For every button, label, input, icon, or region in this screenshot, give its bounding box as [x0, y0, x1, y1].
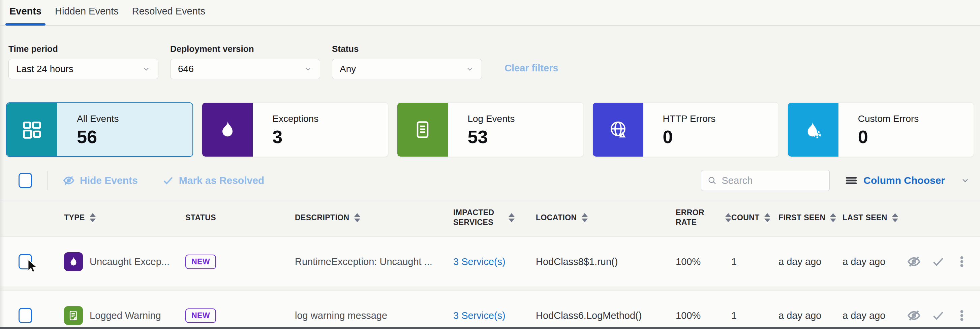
tab-resolved-events[interactable]: Resolved Events: [132, 6, 205, 25]
search-box: [701, 170, 830, 191]
search-icon: [707, 175, 717, 186]
filter-status: Status Any: [332, 44, 482, 79]
deployment-version-select[interactable]: 646: [170, 59, 320, 79]
eye-slash-icon: [62, 174, 75, 187]
column-header-location[interactable]: LOCATION: [536, 213, 676, 223]
time-period-value: Last 24 hours: [16, 64, 73, 75]
clear-filters-button[interactable]: Clear filters: [504, 63, 558, 74]
impacted-services-link[interactable]: 3 Service(s): [453, 256, 506, 267]
column-header-last-seen[interactable]: LAST SEEN: [843, 213, 907, 223]
resolve-event-icon[interactable]: [931, 255, 945, 269]
row-checkbox[interactable]: [19, 254, 32, 269]
chevron-down-icon: [961, 176, 970, 185]
filter-deployment-version-label: Deployment version: [170, 44, 320, 54]
toolbar-divider: [47, 171, 48, 190]
table-header: TYPE STATUS DESCRIPTION IMPACTED SERVICE…: [0, 200, 980, 235]
deployment-version-value: 646: [178, 64, 194, 75]
stat-card-value: 0: [663, 128, 716, 146]
hide-events-button[interactable]: Hide Events: [62, 174, 138, 187]
sort-arrows-icon: [830, 213, 836, 222]
hide-event-icon[interactable]: [907, 308, 921, 323]
column-header-status: STATUS: [185, 213, 295, 223]
mark-resolved-button[interactable]: Mark as Resolved: [162, 175, 264, 186]
globe-error-icon: [593, 103, 643, 157]
kebab-menu-icon[interactable]: [955, 255, 969, 269]
log-warning-icon: [64, 306, 83, 325]
time-period-select[interactable]: Last 24 hours: [8, 59, 158, 79]
stat-cards: All Events 56 Exceptions 3 Log Events 53: [6, 102, 974, 157]
filter-deployment-version: Deployment version 646: [170, 44, 320, 79]
count-value: 1: [731, 256, 778, 267]
hide-events-label: Hide Events: [80, 175, 138, 186]
stat-card-all-events[interactable]: All Events 56: [6, 102, 193, 157]
tab-bar: Events Hidden Events Resolved Events: [0, 0, 980, 25]
column-chooser-button[interactable]: Column Chooser: [845, 175, 970, 186]
first-seen-value: a day ago: [778, 310, 843, 321]
row-checkbox[interactable]: [19, 308, 32, 323]
last-seen-value: a day ago: [843, 310, 907, 321]
stat-card-label: All Events: [77, 113, 119, 124]
flame-gear-icon: [788, 103, 838, 157]
column-header-first-seen[interactable]: FIRST SEEN: [778, 213, 843, 223]
impacted-services-link[interactable]: 3 Service(s): [453, 310, 506, 321]
event-location: HodClass8$1.run(): [536, 256, 676, 267]
sort-arrows-icon: [582, 213, 588, 222]
resolve-event-icon[interactable]: [931, 309, 945, 322]
status-value: Any: [340, 64, 356, 75]
tab-hidden-events[interactable]: Hidden Events: [55, 6, 119, 25]
table-toolbar: Hide Events Mark as Resolved Column Choo…: [0, 170, 980, 191]
status-select[interactable]: Any: [332, 59, 482, 79]
error-rate-value: 100%: [676, 256, 731, 267]
stat-card-value: 56: [77, 128, 119, 146]
filter-time-period-label: Time period: [8, 44, 158, 54]
stat-card-http-errors[interactable]: HTTP Errors 0: [592, 102, 779, 157]
stat-card-label: Custom Errors: [858, 113, 919, 124]
sort-arrows-icon: [509, 213, 515, 222]
stat-card-exceptions[interactable]: Exceptions 3: [202, 102, 388, 157]
filter-status-label: Status: [332, 44, 482, 54]
column-chooser-label: Column Chooser: [864, 175, 945, 186]
log-icon: [397, 103, 448, 157]
row-actions: [907, 308, 970, 323]
status-badge: NEW: [185, 308, 216, 323]
column-header-description[interactable]: DESCRIPTION: [295, 213, 453, 223]
column-header-count[interactable]: COUNT: [731, 213, 778, 223]
chevron-down-icon: [142, 65, 151, 73]
sort-arrows-icon: [892, 213, 898, 222]
kebab-menu-icon[interactable]: [955, 309, 969, 322]
last-seen-value: a day ago: [843, 256, 907, 267]
hamburger-icon: [845, 175, 858, 186]
column-header-impacted-services[interactable]: IMPACTED SERVICES: [453, 208, 536, 227]
check-icon: [162, 175, 174, 186]
table-row: Uncaught Excep... NEW RuntimeException: …: [0, 237, 980, 287]
count-value: 1: [731, 310, 778, 321]
hide-event-icon[interactable]: [907, 254, 921, 269]
sort-arrows-icon: [90, 213, 96, 222]
stat-card-label: HTTP Errors: [663, 113, 716, 124]
stat-card-value: 53: [468, 128, 515, 146]
column-header-type[interactable]: TYPE: [64, 213, 185, 223]
stat-card-value: 3: [272, 128, 318, 146]
sort-arrows-icon: [354, 213, 360, 222]
stat-card-value: 0: [858, 128, 919, 146]
stat-card-log-events[interactable]: Log Events 53: [397, 102, 583, 157]
sort-arrows-icon: [725, 213, 731, 222]
filter-bar: Time period Last 24 hours Deployment ver…: [0, 25, 980, 79]
chevron-down-icon: [465, 65, 474, 73]
select-all-checkbox[interactable]: [19, 173, 32, 188]
type-cell: Uncaught Excep...: [64, 252, 185, 271]
event-description: log warning message: [295, 310, 453, 321]
event-description: RuntimeException: Uncaught ...: [295, 256, 453, 267]
event-location: HodClass6.LogMethod(): [536, 310, 676, 321]
bottom-bar: [0, 327, 980, 329]
column-header-error-rate[interactable]: ERROR RATE: [676, 208, 731, 227]
status-badge: NEW: [185, 254, 216, 269]
tab-events[interactable]: Events: [10, 6, 41, 25]
filter-time-period: Time period Last 24 hours: [8, 44, 158, 79]
stat-card-custom-errors[interactable]: Custom Errors 0: [788, 102, 974, 157]
exception-flame-icon: [64, 252, 83, 271]
stat-card-label: Exceptions: [272, 113, 318, 124]
search-input[interactable]: [722, 175, 823, 186]
first-seen-value: a day ago: [778, 256, 843, 267]
row-actions: [907, 254, 970, 269]
